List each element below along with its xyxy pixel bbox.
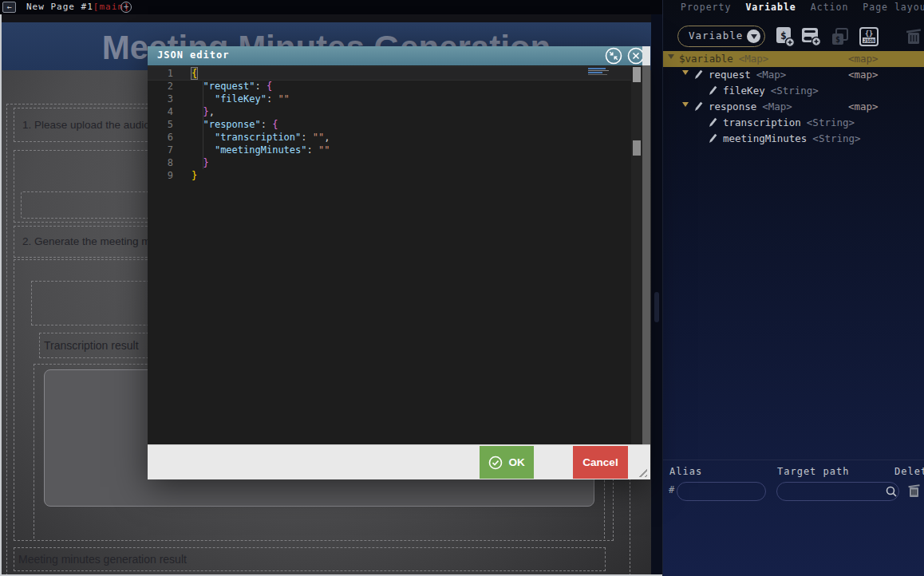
variable-row-meetingMinutes[interactable]: meetingMinutes<String>: [663, 131, 924, 147]
modal-footer: OK Cancel: [148, 444, 650, 479]
app-window: Meeting Minutes Generation 1. Please upl…: [0, 0, 924, 576]
line-number: 3: [148, 93, 173, 105]
alias-hash-prefix: #: [669, 484, 674, 495]
modal-header[interactable]: JSON editor: [148, 46, 650, 65]
tab-action[interactable]: Action: [811, 2, 849, 13]
minimap: [588, 68, 612, 84]
svg-text:{}: {}: [865, 30, 873, 37]
indent-guide: [203, 81, 203, 169]
variable-row-request[interactable]: request<Map><map>: [663, 67, 924, 83]
delete-row-icon[interactable]: [907, 483, 921, 498]
code-text: "fileKey": "": [192, 93, 290, 105]
code-editor[interactable]: 1{2 "request": {3 "fileKey": ""4 },5 "re…: [148, 65, 642, 444]
variable-tree: $variable<Map><map>request<Map><map>file…: [663, 51, 924, 147]
variable-row-variable[interactable]: $variable<Map><map>: [663, 51, 924, 67]
variable-toolbar: Variable $ $: [663, 24, 924, 49]
variable-type: <String>: [812, 132, 860, 144]
variable-name: response: [709, 101, 756, 112]
target-path-input[interactable]: [776, 482, 899, 501]
variable-row-response[interactable]: response<Map><map>: [663, 99, 924, 115]
edit-pencil-icon[interactable]: [708, 133, 717, 144]
variable-type: <Map>: [739, 53, 769, 65]
check-circle-icon: [488, 456, 503, 470]
delete-variable-icon[interactable]: [902, 26, 924, 48]
modal-edge: [642, 65, 650, 444]
minutes-label[interactable]: Meeting minutes generation result: [14, 547, 606, 571]
modal-scrollbar-thumb[interactable]: [633, 140, 641, 156]
svg-text:JSON: JSON: [863, 37, 875, 43]
line-number: 9: [148, 169, 173, 182]
edit-pencil-icon[interactable]: [708, 85, 717, 96]
alias-input[interactable]: [677, 482, 766, 501]
variable-scope-dropdown[interactable]: Variable: [677, 26, 765, 47]
variable-type-column: <map>: [848, 99, 879, 115]
code-line[interactable]: 5 "response": {: [148, 118, 642, 131]
edit-pencil-icon[interactable]: [708, 117, 717, 128]
json-editor-icon[interactable]: {} JSON: [858, 26, 880, 48]
code-line[interactable]: 4 },: [148, 105, 642, 118]
duplicate-variable-icon[interactable]: $: [829, 26, 851, 48]
canvas-scrollbar-thumb[interactable]: [654, 292, 659, 322]
variable-row-fileKey[interactable]: fileKey<String>: [663, 83, 924, 99]
target-path-label: Target path: [777, 466, 849, 477]
add-list-variable-icon[interactable]: [800, 26, 823, 48]
expander-icon[interactable]: [682, 102, 689, 110]
json-editor-modal: JSON editor 1{2 "request": {3 "fileKey":…: [148, 46, 650, 479]
code-text: "transcription": "",: [192, 131, 330, 144]
line-number: 8: [148, 156, 173, 169]
editor-scrollbar[interactable]: [631, 65, 642, 444]
code-text: "request": {: [192, 80, 272, 93]
variable-type-column: <map>: [848, 67, 879, 83]
variable-name: fileKey: [723, 85, 765, 97]
page-tab-title[interactable]: New Page #1[main]: [26, 2, 130, 12]
back-button[interactable]: ←: [2, 2, 16, 13]
code-line[interactable]: 2 "request": {: [148, 80, 642, 93]
line-number: 5: [148, 118, 173, 131]
edit-pencil-icon[interactable]: [693, 101, 703, 112]
variable-type: <String>: [807, 116, 855, 128]
line-number: 1: [148, 67, 173, 80]
svg-text:$: $: [835, 35, 840, 44]
variable-name: meetingMinutes: [723, 132, 807, 144]
variable-type: <Map>: [762, 101, 792, 112]
tab-page-layout[interactable]: Page layout: [863, 2, 924, 13]
code-text: "meetingMinutes": "": [192, 144, 330, 156]
editor-scrollbar-thumb[interactable]: [633, 67, 641, 82]
edit-pencil-icon[interactable]: [693, 69, 703, 80]
line-number: 6: [148, 131, 173, 144]
variable-name: transcription: [723, 116, 801, 128]
expander-icon[interactable]: [668, 54, 674, 62]
code-line[interactable]: 9}: [148, 169, 642, 182]
code-text: }: [192, 156, 209, 169]
right-panel: PropertyVariableActionPage layout Variab…: [662, 0, 924, 576]
mapping-section: Alias Target path Delete #: [663, 460, 924, 576]
variable-name: request: [709, 69, 751, 81]
tab-property[interactable]: Property: [681, 2, 731, 13]
code-text: }: [192, 169, 197, 182]
code-line[interactable]: 7 "meetingMinutes": "": [148, 144, 642, 156]
expander-icon[interactable]: [682, 70, 689, 78]
code-text: "response": {: [192, 118, 278, 131]
chevron-down-icon: [747, 30, 760, 43]
variable-type: <String>: [771, 85, 819, 97]
panel-tab-bar: PropertyVariableActionPage layout: [663, 0, 924, 14]
cancel-button[interactable]: Cancel: [573, 446, 628, 479]
search-icon[interactable]: [885, 485, 898, 498]
code-line[interactable]: 3 "fileKey": "": [148, 93, 642, 105]
tab-variable[interactable]: Variable: [745, 2, 796, 13]
modal-edge-top: [642, 46, 650, 65]
code-line[interactable]: 1{: [148, 67, 642, 80]
add-page-button[interactable]: +: [120, 2, 132, 13]
line-number: 4: [148, 105, 173, 118]
add-variable-icon[interactable]: $: [774, 26, 796, 48]
line-number: 7: [148, 144, 173, 156]
ok-button[interactable]: OK: [480, 446, 534, 479]
canvas-scrollbar[interactable]: [651, 14, 662, 574]
variable-row-transcription[interactable]: transcription<String>: [663, 115, 924, 131]
variable-type: <Map>: [756, 69, 787, 81]
code-line[interactable]: 6 "transcription": "",: [148, 131, 642, 144]
line-number: 2: [148, 80, 173, 93]
delete-label: Delete: [894, 466, 924, 477]
code-line[interactable]: 8 }: [148, 156, 642, 169]
shrink-icon[interactable]: [605, 47, 622, 65]
